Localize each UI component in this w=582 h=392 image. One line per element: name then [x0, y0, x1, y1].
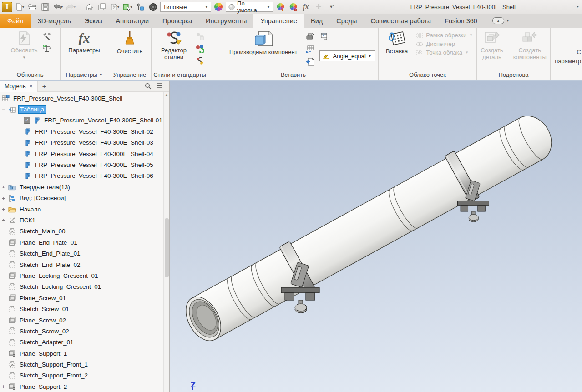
shrinkwrap-button[interactable] [319, 31, 329, 41]
tree-item[interactable]: ✓FRP_Pressure_Vessel_F40-300E_Shell-01 [0, 115, 164, 126]
import-file-button[interactable] [305, 57, 315, 67]
group-footer-manage[interactable]: Управление [108, 70, 151, 80]
tree-item-label[interactable]: Plane_Support_1 [18, 350, 68, 357]
styles-editor-button[interactable]: Редактор стилей [154, 30, 193, 62]
tree-item-label[interactable]: Твердые тела(13) [18, 183, 71, 191]
tree-expander[interactable]: + [1, 206, 6, 212]
tree-item[interactable]: Sketch_Support_Front_2 [0, 370, 164, 381]
tree-expander[interactable]: + [1, 384, 6, 389]
update-mass-button[interactable] [42, 44, 52, 54]
group-footer-underlay[interactable]: Подоснова [477, 70, 550, 80]
add-browser-tab-button[interactable]: + [38, 82, 51, 90]
tree-item[interactable]: Sketch_End_Plate_02 [0, 259, 164, 270]
tree-item[interactable]: Sketch_Screw_02 [0, 326, 164, 337]
tree-item-label[interactable]: Sketch_Screw_01 [18, 305, 71, 313]
open-button[interactable] [27, 1, 38, 12]
tree-item-label[interactable]: FRP_Pressure_Vessel_F40-300E_Shell-05 [34, 161, 155, 169]
tree-item-label[interactable]: FRP_Pressure_Vessel_F40-300E_Shell-04 [34, 150, 155, 158]
tab-инструменты[interactable]: Инструменты [199, 14, 253, 28]
tree-item-label[interactable]: Sketch_Support_Front_1 [18, 361, 89, 368]
tab-3d-модель[interactable]: 3D-модель [31, 14, 78, 28]
tab-file[interactable]: Файл [0, 14, 31, 28]
appearance-combo[interactable]: По умолча ▼ [226, 2, 273, 12]
tree-item[interactable]: FRP_Pressure_Vessel_F40-300E_Shell-06 [0, 171, 164, 181]
iproperties-button[interactable] [96, 1, 107, 12]
close-icon[interactable]: × [30, 83, 33, 90]
tree-item-label[interactable]: ПСК1 [18, 216, 37, 224]
tree-item-label[interactable]: FRP_Pressure_Vessel_F40-300E_Shell-06 [34, 172, 155, 180]
rebuild-all-button[interactable] [42, 31, 52, 41]
group-footer-update[interactable]: Обновить [0, 70, 60, 80]
tree-item[interactable]: Sketch_Main_00 [0, 226, 164, 237]
viewport-3d[interactable]: Z [170, 81, 582, 392]
tree-item-label[interactable]: Начало [18, 206, 42, 213]
update-button[interactable]: Обновить ▼ [8, 30, 40, 60]
tree-item-label[interactable]: Sketch_Main_00 [18, 227, 67, 235]
tab-среды[interactable]: Среды [329, 14, 364, 28]
ifeature-insert-button[interactable] [305, 44, 315, 54]
tree-item[interactable]: Plane_Screw_01 [0, 292, 164, 303]
group-footer-pointcloud[interactable]: Облако точек [379, 70, 476, 80]
import-3dprint-button[interactable] [305, 31, 315, 41]
tree-expander[interactable]: + [1, 184, 6, 190]
tree-item[interactable]: Sketch_Support_Front_1 [0, 359, 164, 370]
tree-item[interactable]: Plane_End_Plate_01 [0, 237, 164, 248]
tree-item[interactable]: Sketch_Adapter_01 [0, 337, 164, 348]
tree-item[interactable]: FRP_Pressure_Vessel_F40-300E_Shell-04 [0, 148, 164, 159]
scroll-up-icon[interactable]: ▲ [164, 92, 169, 98]
parameters-quick-button[interactable]: fx [300, 1, 311, 12]
tree-item-label[interactable]: FRP_Pressure_Vessel_F40-300E_Shell-03 [34, 139, 155, 146]
local-update-button[interactable]: ▾ [109, 1, 120, 12]
group-footer-insert[interactable]: Вставить [208, 70, 378, 80]
pipe-body[interactable] [192, 109, 559, 339]
tree-item[interactable]: +Начало [0, 204, 164, 215]
cloud-point-button[interactable]: Точка облака ▼ [416, 49, 473, 56]
purge-button[interactable]: Очистить [114, 30, 146, 56]
redo-button[interactable]: ▾ [65, 1, 76, 12]
home-view-button[interactable] [84, 1, 95, 12]
tree-item[interactable]: Plane_Support_1 [0, 348, 164, 359]
crop-frame-button[interactable]: Рамка обрезки ▼ [416, 32, 473, 39]
ribbon-collapse-button[interactable]: ▲ [492, 17, 504, 24]
ribbon-collapse-options[interactable]: ▼ [506, 19, 510, 23]
browser-menu-icon[interactable] [156, 83, 163, 89]
tab-аннотации[interactable]: Аннотации [109, 14, 156, 28]
tree-item-label[interactable]: FRP_Pressure_Vessel_F40-300E_Shell [12, 95, 124, 102]
tab-управление[interactable]: Управление [253, 14, 304, 28]
group-footer-parameters[interactable]: Параметры ▼ [61, 70, 108, 80]
pointcloud-attach-button[interactable]: Вставка [383, 30, 410, 56]
tree-item[interactable]: Sketch_End_Plate_01 [0, 248, 164, 259]
tab-вид[interactable]: Вид [304, 14, 329, 28]
tab-совместная-работа[interactable]: Совместная работа [364, 14, 438, 28]
tree-item[interactable]: FRP_Pressure_Vessel_F40-300E_Shell-05 [0, 159, 164, 170]
search-icon[interactable] [145, 83, 152, 90]
save-button[interactable] [40, 1, 51, 12]
tree-item-label[interactable]: Sketch_End_Plate_01 [18, 250, 82, 257]
adjust-appearance-button[interactable] [275, 1, 286, 12]
tree-item-label[interactable]: FRP_Pressure_Vessel_F40-300E_Shell-01 [43, 116, 164, 124]
pointcloud-manager-button[interactable]: Диспетчер [416, 40, 473, 47]
measure-tool-button[interactable] [135, 1, 146, 12]
appearance-wheel-button[interactable] [213, 1, 224, 12]
style-library-button[interactable] [195, 56, 205, 66]
new-file-button[interactable]: ▾ [14, 1, 25, 12]
tree-item[interactable]: FRP_Pressure_Vessel_F40-300E_Shell [0, 93, 164, 104]
customize-qat-button[interactable]: ▼̄ [326, 1, 337, 12]
isometry-profile-combo[interactable]: Angle_equal ▼ [319, 50, 375, 61]
derived-component-button[interactable]: Производный компонент [227, 30, 300, 57]
pressure-vessel-model[interactable] [170, 81, 582, 392]
tree-item[interactable]: Plane_Screw_02 [0, 315, 164, 326]
tree-item-label[interactable]: Таблица [18, 105, 46, 114]
tab-проверка[interactable]: Проверка [156, 14, 199, 28]
tree-item-label[interactable]: FRP_Pressure_Vessel_F40-300E_Shell-02 [34, 128, 155, 136]
tree-item[interactable]: Sketch_Screw_01 [0, 303, 164, 314]
scrollbar-thumb[interactable] [165, 218, 169, 277]
browser-tab-model[interactable]: Модель × [0, 81, 38, 92]
tree-item-label[interactable]: Sketch_Support_Front_2 [18, 372, 89, 379]
tree-item-label[interactable]: Plane_End_Plate_01 [18, 239, 79, 246]
parameters-button[interactable]: fx Параметры [66, 30, 102, 55]
tree-expander[interactable]: + [1, 196, 6, 201]
tree-item-label[interactable]: Plane_Screw_01 [18, 294, 67, 302]
group-footer-styles[interactable]: Стили и стандарты [152, 70, 208, 80]
tree-item[interactable]: +ПСК1 [0, 215, 164, 226]
